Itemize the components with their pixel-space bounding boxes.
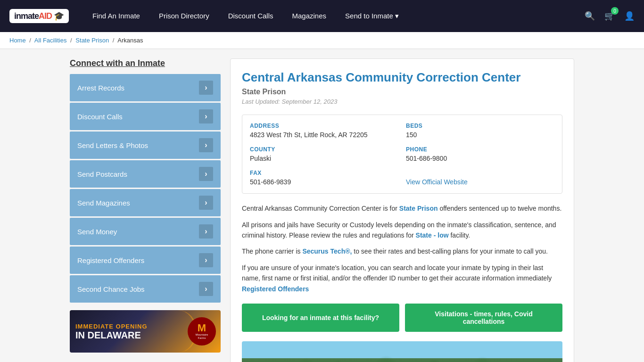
cart-badge: 0 [611, 7, 619, 15]
info-beds: BEDS 150 [406, 123, 554, 139]
cart-icon[interactable]: 🛒 0 [604, 11, 615, 21]
info-county: COUNTY Pulaski [250, 146, 398, 162]
securus-link[interactable]: Securus Tech®, [302, 247, 352, 255]
desc-para-4: If you are unsure of your inmate's locat… [242, 263, 562, 294]
ad-text-block: IMMEDIATE OPENING IN DELAWARE [75, 323, 148, 340]
registered-link[interactable]: Registered Offenders [242, 285, 309, 293]
arrow-icon: › [199, 109, 213, 123]
phone-value: 501-686-9800 [406, 155, 554, 162]
sidebar-menu: Arrest Records › Discount Calls › Send L… [70, 74, 221, 303]
nav-links: Find An Inmate Prison Directory Discount… [92, 12, 570, 20]
description: Central Arkansas Community Correction Ce… [242, 203, 562, 294]
trees-image [242, 341, 562, 362]
logo-aid: AID [39, 11, 52, 21]
logo-text: inmateAID [14, 11, 52, 21]
sidebar-item-send-magazines[interactable]: Send Magazines › [70, 189, 221, 216]
navbar: inmateAID 🎓 Find An Inmate Prison Direct… [0, 0, 644, 32]
ad-logo-area: M MountaireFarms [188, 317, 216, 346]
county-value: Pulaski [250, 155, 398, 162]
sidebar-item-send-letters[interactable]: Send Letters & Photos › [70, 132, 221, 159]
sidebar: Connect with an Inmate Arrest Records › … [70, 58, 221, 362]
user-icon[interactable]: 👤 [624, 11, 635, 21]
arrow-icon: › [199, 196, 213, 210]
ad-logo-m: M [198, 323, 206, 333]
breadcrumb-all-facilities[interactable]: All Facilities [34, 37, 67, 44]
sidebar-item-send-money[interactable]: Send Money › [70, 218, 221, 245]
sidebar-item-send-postcards[interactable]: Send Postcards › [70, 160, 221, 188]
sidebar-ad[interactable]: IMMEDIATE OPENING IN DELAWARE M Mountair… [70, 310, 221, 353]
info-fax: FAX 501-686-9839 [250, 170, 398, 186]
sidebar-item-arrest-records[interactable]: Arrest Records › [70, 74, 221, 101]
fax-value: 501-686-9839 [250, 178, 398, 186]
sidebar-item-label: Second Chance Jobs [77, 285, 145, 293]
state-prison-link[interactable]: State Prison [399, 205, 438, 212]
looking-for-inmate-button[interactable]: Looking for an inmate at this facility? [242, 304, 399, 332]
info-address: ADDRESS 4823 West 7th St, Little Rock, A… [250, 123, 398, 139]
arrow-icon: › [199, 224, 213, 239]
breadcrumb-sep-3: / [113, 37, 115, 44]
facility-photo [242, 341, 562, 362]
info-grid: ADDRESS 4823 West 7th St, Little Rock, A… [242, 115, 562, 194]
desc-para-3: The phone carrier is Securus Tech®, to s… [242, 246, 562, 256]
main-content: Central Arkansas Community Correction Ce… [230, 58, 574, 362]
main-container: Connect with an Inmate Arrest Records › … [63, 58, 581, 362]
nav-find-inmate[interactable]: Find An Inmate [92, 12, 140, 20]
nav-icons: 🔍 🛒 0 👤 [585, 11, 635, 21]
ad-logo-circle: M MountaireFarms [188, 317, 216, 346]
connect-title: Connect with an Inmate [70, 58, 221, 68]
desc-para-1: Central Arkansas Community Correction Ce… [242, 203, 562, 214]
nav-magazines[interactable]: Magazines [292, 12, 327, 20]
breadcrumb: Home / All Facilities / State Prison / A… [9, 37, 635, 44]
phone-label: PHONE [406, 146, 554, 153]
nav-send-to-inmate[interactable]: Send to Inmate ▾ [345, 12, 399, 20]
sidebar-item-label: Arrest Records [77, 84, 124, 92]
arrow-icon: › [199, 282, 213, 296]
info-website: View Official Website [406, 170, 554, 186]
nav-prison-directory[interactable]: Prison Directory [159, 12, 209, 20]
county-label: COUNTY [250, 146, 398, 153]
desc-para-2: All prisons and jails have Security or C… [242, 220, 562, 241]
arrow-icon: › [199, 253, 213, 267]
arrow-icon: › [199, 138, 213, 152]
last-updated: Last Updated: September 12, 2023 [242, 98, 562, 105]
ad-immediate-text: IMMEDIATE OPENING [75, 323, 148, 330]
facility-type: State Prison [242, 88, 562, 96]
action-buttons: Looking for an inmate at this facility? … [242, 304, 562, 332]
beds-value: 150 [406, 131, 554, 139]
visitations-button[interactable]: Visitations - times, rules, Covid cancel… [405, 304, 562, 332]
state-low-link[interactable]: State - low [416, 231, 449, 239]
sidebar-item-second-chance-jobs[interactable]: Second Chance Jobs › [70, 275, 221, 303]
sidebar-item-label: Send Postcards [77, 170, 127, 178]
sidebar-item-registered-offenders[interactable]: Registered Offenders › [70, 247, 221, 274]
sidebar-item-discount-calls[interactable]: Discount Calls › [70, 103, 221, 130]
breadcrumb-sep-1: / [29, 37, 31, 44]
breadcrumb-state-prison[interactable]: State Prison [75, 37, 109, 44]
fax-label: FAX [250, 170, 398, 176]
address-value: 4823 West 7th St, Little Rock, AR 72205 [250, 131, 398, 139]
sidebar-item-label: Registered Offenders [77, 256, 144, 264]
breadcrumb-bar: Home / All Facilities / State Prison / A… [0, 32, 644, 49]
breadcrumb-sep-2: / [70, 37, 72, 44]
website-link[interactable]: View Official Website [406, 178, 468, 186]
facility-title: Central Arkansas Community Correction Ce… [242, 70, 562, 85]
search-icon[interactable]: 🔍 [585, 11, 595, 21]
breadcrumb-home[interactable]: Home [9, 37, 26, 44]
logo[interactable]: inmateAID 🎓 [9, 9, 69, 23]
beds-label: BEDS [406, 123, 554, 129]
arrow-icon: › [199, 81, 213, 95]
logo-hat: 🎓 [54, 11, 64, 21]
nav-discount-calls[interactable]: Discount Calls [228, 12, 273, 20]
ad-logo-sub: MountaireFarms [196, 333, 208, 340]
arrow-icon: › [199, 167, 213, 181]
address-label: ADDRESS [250, 123, 398, 129]
sidebar-item-label: Send Money [77, 228, 117, 236]
breadcrumb-arkansas: Arkansas [117, 37, 143, 44]
sidebar-item-label: Send Magazines [77, 199, 130, 207]
info-phone: PHONE 501-686-9800 [406, 146, 554, 162]
sidebar-item-label: Send Letters & Photos [77, 141, 148, 149]
sidebar-item-label: Discount Calls [77, 113, 123, 121]
ad-delaware-text: IN DELAWARE [75, 330, 148, 340]
